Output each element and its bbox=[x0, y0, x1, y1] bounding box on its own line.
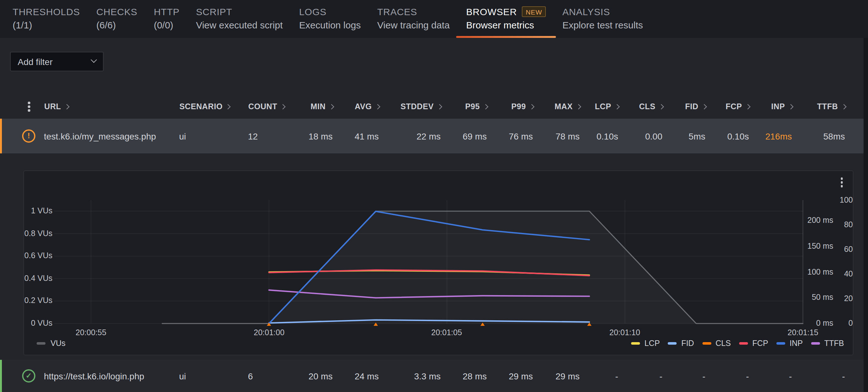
tab-checks[interactable]: CHECKS (6/6) bbox=[96, 0, 137, 38]
column-header-max[interactable]: MAX bbox=[533, 102, 580, 111]
cell-scenario: ui bbox=[179, 131, 248, 141]
x-axis-tick: 20:00:55 bbox=[59, 328, 123, 338]
y-axis-score-tick: 100 bbox=[807, 195, 853, 205]
top-nav: THRESHOLDS (1/1) CHECKS (6/6) HTTP (0/0)… bbox=[0, 0, 868, 38]
chevron-right-icon bbox=[841, 104, 846, 109]
x-axis-tick: 20:01:05 bbox=[415, 328, 478, 338]
cell-max: 78 ms bbox=[533, 131, 580, 141]
cell-ttfb: - bbox=[792, 371, 845, 381]
cell-inp: - bbox=[749, 371, 792, 381]
y-axis-score-tick: 60 bbox=[807, 244, 853, 255]
warning-icon bbox=[22, 129, 35, 143]
column-header-fid[interactable]: FID bbox=[663, 102, 706, 111]
cell-cls: - bbox=[618, 371, 662, 381]
cell-max: 29 ms bbox=[533, 371, 580, 381]
column-header-min[interactable]: MIN bbox=[297, 102, 333, 111]
tab-script[interactable]: SCRIPT View executed script bbox=[196, 0, 283, 38]
y-axis-tick: 0.2 VUs bbox=[24, 295, 53, 306]
add-filter-dropdown[interactable]: Add filter bbox=[10, 52, 103, 71]
legend-item-inp[interactable]: INP bbox=[776, 339, 803, 348]
cell-p95: 28 ms bbox=[441, 371, 487, 381]
ttfb-swatch bbox=[811, 342, 820, 345]
column-header-ttfb[interactable]: TTFB bbox=[792, 102, 845, 111]
y-axis-tick: 1 VUs bbox=[24, 206, 53, 217]
cell-scenario: ui bbox=[179, 371, 248, 381]
column-header-url[interactable]: URL bbox=[44, 102, 179, 111]
column-header-p95[interactable]: P95 bbox=[441, 102, 487, 111]
legend-item-vus[interactable]: VUs bbox=[37, 339, 65, 348]
x-axis-tick: 20:01:15 bbox=[771, 328, 835, 338]
cell-url: test.k6.io/my_messages.php bbox=[44, 131, 179, 141]
y-axis-tick: 0 VUs bbox=[24, 318, 53, 329]
tab-title: ANALYSIS bbox=[562, 6, 643, 18]
cell-fid: - bbox=[662, 371, 705, 381]
chevron-down-icon bbox=[91, 57, 97, 63]
legend-item-fcp[interactable]: FCP bbox=[739, 339, 768, 348]
tab-traces[interactable]: TRACES View tracing data bbox=[377, 0, 450, 38]
fid-swatch bbox=[668, 342, 677, 345]
cell-url: https://test.k6.io/login.php bbox=[44, 371, 179, 381]
column-header-inp[interactable]: INP bbox=[749, 102, 792, 111]
y-axis-tick: 0.8 VUs bbox=[24, 229, 53, 239]
legend-item-fid[interactable]: FID bbox=[668, 339, 694, 348]
y-axis-tick: 0.6 VUs bbox=[24, 251, 53, 261]
panel-menu-icon[interactable] bbox=[840, 181, 843, 184]
cell-count: 12 bbox=[248, 131, 297, 141]
tab-http[interactable]: HTTP (0/0) bbox=[154, 0, 180, 38]
tab-title: TRACES bbox=[377, 6, 450, 18]
legend-item-cls[interactable]: CLS bbox=[702, 339, 731, 348]
kebab-icon[interactable] bbox=[28, 106, 30, 108]
cell-avg: 24 ms bbox=[333, 371, 379, 381]
column-header-fcp[interactable]: FCP bbox=[706, 102, 749, 111]
check-circle-icon bbox=[22, 369, 35, 383]
column-header-count[interactable]: COUNT bbox=[248, 102, 297, 111]
cell-stddev: 3.3 ms bbox=[379, 371, 441, 381]
column-header-stddev[interactable]: STDDEV bbox=[379, 102, 441, 111]
scrollbar-track[interactable] bbox=[864, 38, 868, 392]
cell-count: 6 bbox=[248, 371, 297, 381]
tab-browser[interactable]: BROWSER NEW Browser metrics bbox=[466, 0, 546, 38]
cell-p99: 29 ms bbox=[487, 371, 533, 381]
cell-fcp: - bbox=[705, 371, 749, 381]
chart-panel: 1 VUs 0.8 VUs 0.6 VUs 0.4 VUs 0.2 VUs 0 … bbox=[23, 170, 854, 355]
column-header-lcp[interactable]: LCP bbox=[580, 102, 618, 111]
table-row-login[interactable]: https://test.k6.io/login.php ui 6 20 ms … bbox=[0, 360, 868, 392]
y-axis-score-tick: 80 bbox=[807, 219, 853, 230]
tab-subtitle: Explore test results bbox=[562, 19, 643, 32]
column-header-scenario[interactable]: SCENARIO bbox=[179, 102, 248, 111]
tab-subtitle: (0/0) bbox=[154, 19, 180, 32]
add-filter-label: Add filter bbox=[18, 57, 92, 67]
tab-subtitle: (1/1) bbox=[12, 19, 80, 32]
cell-cls: 0.00 bbox=[618, 131, 662, 141]
tab-logs[interactable]: LOGS Execution logs bbox=[299, 0, 361, 38]
x-axis-tick: 20:01:00 bbox=[238, 328, 301, 338]
cell-avg: 41 ms bbox=[333, 131, 379, 141]
y-axis-score-tick: 0 bbox=[807, 318, 853, 329]
tab-title: BROWSER bbox=[466, 6, 517, 18]
y-axis-score-tick: 40 bbox=[807, 269, 853, 280]
tab-analysis[interactable]: ANALYSIS Explore test results bbox=[562, 0, 643, 38]
legend-item-lcp[interactable]: LCP bbox=[631, 339, 660, 348]
chevron-right-icon bbox=[226, 104, 231, 109]
tab-thresholds[interactable]: THRESHOLDS (1/1) bbox=[12, 0, 80, 38]
table-header: URL SCENARIO COUNT MIN AVG STDDEV P95 P9… bbox=[0, 95, 868, 119]
column-header-p99[interactable]: P99 bbox=[487, 102, 533, 111]
legend-item-ttfb[interactable]: TTFB bbox=[811, 339, 844, 348]
table-row-my-messages[interactable]: test.k6.io/my_messages.php ui 12 18 ms 4… bbox=[0, 119, 868, 153]
y-axis-score-tick: 20 bbox=[807, 294, 853, 304]
tab-subtitle: Execution logs bbox=[299, 19, 361, 32]
column-header-cls[interactable]: CLS bbox=[618, 102, 663, 111]
tab-subtitle: View executed script bbox=[196, 19, 283, 32]
chevron-right-icon bbox=[280, 104, 285, 109]
tab-subtitle: View tracing data bbox=[377, 19, 450, 32]
x-axis-tick: 20:01:10 bbox=[593, 328, 656, 338]
tab-title: THRESHOLDS bbox=[12, 6, 80, 18]
tab-title: SCRIPT bbox=[196, 6, 283, 18]
tab-title: HTTP bbox=[154, 6, 180, 18]
tab-subtitle: Browser metrics bbox=[466, 19, 546, 32]
cell-inp: 216ms bbox=[749, 131, 792, 141]
lcp-swatch bbox=[631, 342, 640, 345]
cell-p95: 69 ms bbox=[441, 131, 487, 141]
column-header-avg[interactable]: AVG bbox=[333, 102, 379, 111]
cell-lcp: 0.10s bbox=[580, 131, 618, 141]
